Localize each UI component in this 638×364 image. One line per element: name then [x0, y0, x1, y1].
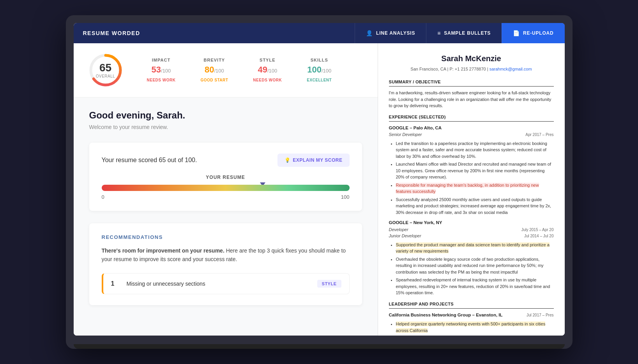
greeting-sub: Welcome to your resume review.	[89, 124, 362, 130]
bullet-highlighted-red: Responsible for managing the team's back…	[396, 182, 554, 195]
resume-email[interactable]: sarahmck@gmail.com	[490, 67, 532, 71]
bar-max: 100	[341, 194, 350, 200]
bullet: Spearheaded redevelopment of internal tr…	[396, 277, 554, 296]
tab-line-analysis[interactable]: 👤 LINE ANALYSIS	[355, 23, 426, 43]
bullet: Led the transition to a paperless practi…	[396, 140, 554, 160]
company-google-pa: GOOGLE – Palo Alto, CA Senior Developer …	[389, 125, 554, 216]
rec-title: RECOMMENDATIONS	[102, 234, 350, 240]
line-analysis-icon: 👤	[366, 30, 373, 36]
rec-text: Missing or unnecessary sections	[127, 281, 309, 287]
style-label: STYLE	[250, 58, 285, 62]
org-name-1: California Business Networking Group – E…	[389, 312, 503, 318]
summary-content: I'm a hardworking, results-driven softwa…	[389, 90, 554, 109]
style-score: STYLE 49/100 NEEDS WORK	[250, 58, 285, 83]
leadership-1: California Business Networking Group – E…	[389, 312, 554, 336]
company-name-2: GOOGLE – New York, NY	[389, 219, 442, 226]
bullet: Launched Miami office with lead Director…	[396, 161, 554, 180]
overall-score-value: 65	[96, 62, 115, 73]
role-2b: Junior Developer	[389, 233, 421, 239]
overall-label: OVERALL	[96, 74, 115, 78]
company-google-ny: GOOGLE – New York, NY Developer July 201…	[389, 219, 554, 296]
bullets-2: Supported the product manager and data s…	[389, 242, 554, 296]
date-2b: Jul 2014 – Jul 20	[524, 233, 554, 239]
leadership-title: LEADERSHIP AND PROJECTS	[389, 301, 554, 309]
skills-label: SKILLS	[304, 58, 335, 62]
explain-score-button[interactable]: 💡 EXPLAIN MY SCORE	[277, 154, 350, 167]
bullet-highlighted-orange: Supported the product manager and data s…	[396, 242, 554, 254]
rec-item: 1 Missing or unnecessary sections STYLE	[102, 273, 350, 294]
bullet: Overhauled the obsolete legacy source co…	[396, 256, 554, 276]
your-resume-label: YOUR RESUME	[102, 175, 350, 180]
impact-label: IMPACT	[144, 58, 179, 62]
sample-bullets-icon: ≡	[437, 30, 441, 36]
resume-name: Sarah McKenzie	[389, 53, 554, 64]
rec-description: There's room for improvement on your res…	[102, 246, 350, 264]
brevity-value: 80/100	[197, 65, 231, 74]
role-2a: Developer	[389, 226, 408, 233]
date-2a: July 2015 – Apr 20	[521, 227, 554, 233]
brevity-score: BREVITY 80/100 GOOD START	[197, 58, 231, 83]
greeting: Good evening, Sarah.	[89, 110, 362, 121]
rec-num: 1	[111, 280, 119, 287]
org-date-1: Jul 2017 – Pres	[527, 312, 554, 318]
score-card: Your resume scored 65 out of 100. 💡 EXPL…	[89, 143, 362, 211]
role-1: Senior Developer	[389, 131, 422, 138]
brevity-status: GOOD START	[197, 77, 231, 83]
summary-title: SUMMARY / OBJECTIVE	[389, 79, 554, 87]
nav-tabs: 👤 LINE ANALYSIS ≡ SAMPLE BULLETS 📄 RE-UP…	[355, 23, 564, 43]
bullets-1: Led the transition to a paperless practi…	[389, 140, 554, 216]
resume-panel: Sarah McKenzie San Francisco, CA | P: +1…	[378, 43, 565, 336]
brand-logo: RESUME WORDED	[74, 30, 150, 36]
style-status: NEEDS WORK	[250, 77, 285, 83]
recommendations-section: RECOMMENDATIONS There's room for improve…	[89, 223, 362, 305]
bulb-icon: 💡	[285, 157, 291, 163]
tab-re-upload[interactable]: 📄 RE-UPLOAD	[502, 23, 564, 43]
bullet-highlighted-orange: Helped organize quarterly networking eve…	[396, 321, 554, 334]
resume-contact: San Francisco, CA | P: +1 215 2778870 | …	[389, 66, 554, 72]
date-1: Apr 2017 – Pres	[525, 132, 553, 138]
style-value: 49/100	[250, 65, 285, 74]
rec-tag: STYLE	[317, 280, 341, 288]
impact-score: IMPACT 53/100 NEEDS WORK	[144, 58, 179, 83]
score-bar	[102, 185, 350, 191]
skills-score: SKILLS 100/100 EXCELLENT	[304, 58, 335, 83]
tab-sample-bullets[interactable]: ≡ SAMPLE BULLETS	[426, 23, 502, 43]
overall-score: 65 OVERALL	[86, 53, 125, 88]
score-text: Your resume scored 65 out of 100.	[102, 157, 197, 164]
impact-status: NEEDS WORK	[144, 77, 179, 83]
company-name-1: GOOGLE – Palo Alto, CA	[389, 125, 442, 131]
skills-value: 100/100	[304, 65, 335, 74]
score-categories: IMPACT 53/100 NEEDS WORK BREVITY 80/100	[144, 58, 335, 83]
re-upload-icon: 📄	[513, 30, 520, 36]
experience-title: EXPERIENCE (SELECTED)	[389, 114, 554, 122]
left-panel: 65 OVERALL IMPACT 53/100 NEEDS WORK	[74, 43, 378, 336]
bar-min: 0	[102, 194, 104, 200]
score-header: 65 OVERALL IMPACT 53/100 NEEDS WORK	[74, 43, 378, 97]
bullet: Successfully analyzed 25000 monthly acti…	[396, 196, 554, 216]
bullet: Identified steps to reduce return rates …	[396, 335, 554, 336]
impact-value: 53/100	[144, 65, 179, 74]
brevity-label: BREVITY	[197, 58, 231, 62]
skills-status: EXCELLENT	[304, 77, 335, 83]
leadership-bullets-1: Helped organize quarterly networking eve…	[389, 321, 554, 336]
